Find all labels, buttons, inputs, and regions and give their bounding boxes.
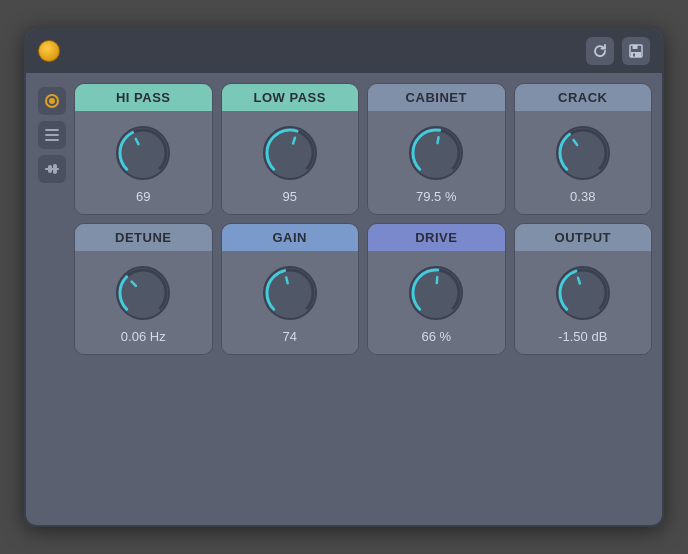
bottom-row: DETUNE0.06 HzGAIN74DRIVE66 %OUTPUT-1.50 … [74,223,652,355]
module-drive: DRIVE66 % [367,223,506,355]
knob-detune[interactable] [113,263,173,323]
knob-value-detune: 0.06 Hz [121,329,166,344]
svg-point-5 [50,99,54,103]
module-label-crack: CRACK [515,84,652,111]
knob-area-crack[interactable]: 0.38 [515,111,652,214]
svg-rect-11 [54,165,56,173]
eq-sidebar-icon[interactable] [38,155,66,183]
knob-area-cabinet[interactable]: 79.5 % [368,111,505,214]
knob-value-output: -1.50 dB [558,329,607,344]
svg-rect-10 [49,166,51,172]
title-right [586,37,650,65]
knob-value-cabinet: 79.5 % [416,189,456,204]
module-output: OUTPUT-1.50 dB [514,223,653,355]
knob-output[interactable] [553,263,613,323]
module-label-gain: GAIN [222,224,359,251]
module-detune: DETUNE0.06 Hz [74,223,213,355]
module-label-low-pass: LOW PASS [222,84,359,111]
knob-crack[interactable] [553,123,613,183]
title-bar [26,29,662,73]
knob-value-crack: 0.38 [570,189,595,204]
module-label-cabinet: CABINET [368,84,505,111]
svg-rect-3 [633,54,635,57]
knob-area-detune[interactable]: 0.06 Hz [75,251,212,354]
module-label-drive: DRIVE [368,224,505,251]
module-label-output: OUTPUT [515,224,652,251]
power-button[interactable] [38,40,60,62]
main-area: HI PASS69LOW PASS95CABINET79.5 %CRACK0.3… [26,73,662,365]
sidebar [36,83,68,355]
knob-value-gain: 74 [283,329,297,344]
knob-area-low-pass[interactable]: 95 [222,111,359,214]
knob-value-hi-pass: 69 [136,189,150,204]
list-sidebar-icon[interactable] [38,121,66,149]
module-cabinet: CABINET79.5 % [367,83,506,215]
title-left [38,40,68,62]
module-gain: GAIN74 [221,223,360,355]
loop-sidebar-icon[interactable] [38,87,66,115]
knob-value-drive: 66 % [421,329,451,344]
top-row: HI PASS69LOW PASS95CABINET79.5 %CRACK0.3… [74,83,652,215]
knob-gain[interactable] [260,263,320,323]
knob-area-output[interactable]: -1.50 dB [515,251,652,354]
module-low-pass: LOW PASS95 [221,83,360,215]
knob-low-pass[interactable] [260,123,320,183]
save-button[interactable] [622,37,650,65]
module-hi-pass: HI PASS69 [74,83,213,215]
knob-area-hi-pass[interactable]: 69 [75,111,212,214]
refresh-button[interactable] [586,37,614,65]
knob-drive[interactable] [406,263,466,323]
module-label-detune: DETUNE [75,224,212,251]
svg-rect-1 [633,45,638,49]
knob-hi-pass[interactable] [113,123,173,183]
module-crack: CRACK0.38 [514,83,653,215]
plugin-window: HI PASS69LOW PASS95CABINET79.5 %CRACK0.3… [24,27,664,527]
knobs-area: HI PASS69LOW PASS95CABINET79.5 %CRACK0.3… [74,83,652,355]
module-label-hi-pass: HI PASS [75,84,212,111]
knob-value-low-pass: 95 [283,189,297,204]
svg-rect-2 [631,52,641,57]
knob-area-gain[interactable]: 74 [222,251,359,354]
knob-area-drive[interactable]: 66 % [368,251,505,354]
knob-cabinet[interactable] [406,123,466,183]
